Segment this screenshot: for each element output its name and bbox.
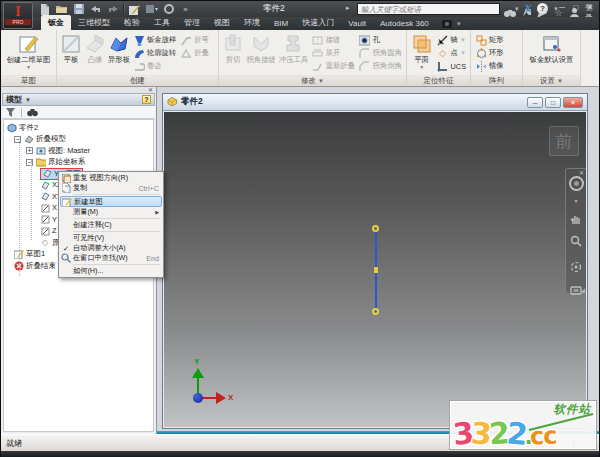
panel-label-settings[interactable]: 设置▼ xyxy=(523,75,580,86)
zoom-icon[interactable] xyxy=(570,233,582,251)
tab-3d-model[interactable]: 三维模型 xyxy=(71,15,117,30)
sketch-tool-icon[interactable] xyxy=(128,3,141,15)
navbar-close-icon[interactable]: ✕ xyxy=(579,169,584,176)
tree-item-view-master[interactable]: + 视图: Master xyxy=(4,145,153,157)
sketch-endpoint-top[interactable] xyxy=(372,225,379,232)
browser-header[interactable]: 模型 ▼ ? xyxy=(2,93,155,106)
titlebar-far-right: ▼ X ? ▼ xyxy=(514,3,559,14)
redo-icon[interactable] xyxy=(106,3,119,15)
tab-inspect[interactable]: 检验 xyxy=(117,15,147,30)
create-2d-sketch-button[interactable]: 创建二维草图 ▼ xyxy=(6,32,52,70)
axis-button[interactable]: 轴 ▼ xyxy=(437,34,466,46)
tab-bim[interactable]: BIM xyxy=(267,17,295,30)
tab-view[interactable]: 视图 xyxy=(207,15,237,30)
navbar-expand-corner-icon[interactable]: ◢ xyxy=(580,286,585,293)
panel-label-modify[interactable]: 修改▼ xyxy=(219,75,406,86)
ucs-button[interactable]: UCS xyxy=(437,60,466,72)
inventor-logo-pro-badge: PRO xyxy=(5,19,31,25)
rectangular-pattern-button[interactable]: 矩形 xyxy=(475,34,504,46)
search-input[interactable] xyxy=(357,3,500,15)
doc-restore-button[interactable]: □ xyxy=(545,97,561,108)
browser-strip-close-icon[interactable]: ✕ xyxy=(148,86,153,93)
browser-dock-strip[interactable]: ✕ xyxy=(1,87,156,93)
hem-button[interactable]: 卷边 xyxy=(133,60,176,72)
panel-label-pattern[interactable]: 阵列 xyxy=(471,75,522,86)
menu-item-copy[interactable]: 复制 Ctrl+C xyxy=(60,183,162,193)
wheel-dropdown-arrow-icon[interactable]: ▼ xyxy=(574,199,579,203)
screencast-button[interactable]: ▼ xyxy=(442,20,462,30)
application-menu-button[interactable]: I PRO xyxy=(3,2,33,29)
tab-manage[interactable]: 管理 xyxy=(177,15,207,30)
exchange-apps-icon[interactable]: X xyxy=(525,3,532,14)
browser-title-arrow-icon[interactable]: ▼ xyxy=(25,97,31,103)
corner-chamfer-button[interactable]: 拐角倒角 xyxy=(359,60,402,72)
x-axis-label: X xyxy=(228,393,233,402)
tab-get-started[interactable]: 快速入门 xyxy=(295,15,341,30)
document-window-titlebar[interactable]: 零件2 ─ □ ✕ xyxy=(163,94,587,111)
tree-item-folded-model[interactable]: − 折叠模型 xyxy=(4,134,153,146)
help-icon[interactable]: ? xyxy=(537,3,548,14)
sketch-midpoint-marker[interactable] xyxy=(374,267,378,273)
plane-button[interactable]: 平面 ▼ xyxy=(409,32,435,70)
mirror-button[interactable]: 镜像 xyxy=(475,60,504,72)
panel-label-work-features[interactable]: 定位特征 xyxy=(407,75,470,86)
steering-wheel-icon[interactable] xyxy=(569,176,584,195)
bend-button[interactable]: 折弯 xyxy=(180,34,209,46)
face-button[interactable]: 平板 xyxy=(59,32,83,64)
expand-icon[interactable]: + xyxy=(26,147,33,154)
tab-environments[interactable]: 环境 xyxy=(237,15,267,30)
punch-tool-button[interactable]: 冲压工具 xyxy=(277,32,309,64)
cut-button[interactable]: 剪切 xyxy=(221,32,245,64)
new-file-icon[interactable] xyxy=(38,3,51,15)
update-icon[interactable] xyxy=(162,3,175,15)
open-folder-icon[interactable] xyxy=(55,3,68,15)
contour-roll-button[interactable]: 轮廓旋转 xyxy=(133,47,176,59)
rip-button[interactable]: 接缝 xyxy=(312,34,355,46)
corner-seam-button[interactable]: 拐角接缝 xyxy=(245,32,277,64)
menu-item-how-to[interactable]: 如何(H)... xyxy=(60,266,162,276)
quick-access-toolbar: » xyxy=(38,2,192,16)
corner-round-button[interactable]: 拐角圆角 xyxy=(359,47,402,59)
panel-label-sketch[interactable]: 草图 xyxy=(1,75,56,86)
overflow-chevron-icon[interactable]: » xyxy=(179,3,192,15)
menu-item-find-in-window[interactable]: 在窗口中查找(W) End xyxy=(60,253,162,263)
undo-icon[interactable] xyxy=(89,3,102,15)
pan-hand-icon[interactable] xyxy=(570,211,582,229)
doc-close-button[interactable]: ✕ xyxy=(563,97,583,108)
refold-button[interactable]: 重新折叠 xyxy=(312,60,355,72)
tab-autodesk-360[interactable]: Autodesk 360 xyxy=(373,17,436,30)
sketch-endpoint-bottom[interactable] xyxy=(372,308,379,315)
tab-tools[interactable]: 工具 xyxy=(147,15,177,30)
loft-button[interactable]: 钣金放样 xyxy=(133,34,176,46)
save-icon[interactable] xyxy=(72,3,85,15)
3d-viewport[interactable]: 前 ✕ ▼ ◢ xyxy=(164,112,586,427)
sheet-metal-defaults-button[interactable]: 钣金默认设置 xyxy=(529,32,575,64)
unfold-button[interactable]: 展开 xyxy=(312,47,355,59)
fold-button[interactable]: 折叠 xyxy=(180,47,209,59)
orbit-icon[interactable] xyxy=(570,259,582,277)
menu-item-auto-resize[interactable]: ✓ 自动调整大小(A) xyxy=(60,243,162,253)
minimize-button[interactable]: ─ xyxy=(557,3,567,13)
tree-item-part[interactable]: 零件2 xyxy=(4,122,153,134)
menu-item-measure[interactable]: 测量(M) ▶ xyxy=(60,207,162,217)
flange-button[interactable]: 凸缘 xyxy=(83,32,107,64)
lofted-flange-button[interactable]: 异形板 xyxy=(107,32,131,64)
point-button[interactable]: ◇ 点 ▼ xyxy=(437,47,466,59)
maximize-button[interactable]: □ xyxy=(571,3,581,13)
material-dropdown-icon[interactable] xyxy=(145,3,158,15)
menu-item-visibility[interactable]: 可见性(V) xyxy=(60,233,162,243)
menu-item-new-sketch[interactable]: 新建草图 xyxy=(60,196,162,207)
hole-button[interactable]: 孔 xyxy=(359,34,402,46)
doc-minimize-button[interactable]: ─ xyxy=(527,97,543,108)
dropdown-arrow-icon[interactable]: ▼ xyxy=(514,6,520,12)
tree-item-origin-folder[interactable]: − 原始坐标系 xyxy=(4,157,153,169)
view-cube[interactable]: 前 xyxy=(549,126,579,156)
tab-sheet-metal[interactable]: 钣金 xyxy=(41,15,71,30)
tab-vault[interactable]: Vault xyxy=(341,17,373,30)
menu-item-repeat-view[interactable]: 重复 视图方向(R) xyxy=(60,173,162,183)
close-button[interactable]: ✕ xyxy=(585,3,595,13)
menu-item-create-note[interactable]: 创建注释(C) xyxy=(60,220,162,230)
panel-label-create[interactable]: 创建 xyxy=(57,75,218,86)
browser-help-icon[interactable]: ? xyxy=(142,95,151,104)
circular-pattern-button[interactable]: 环形 xyxy=(475,47,504,59)
